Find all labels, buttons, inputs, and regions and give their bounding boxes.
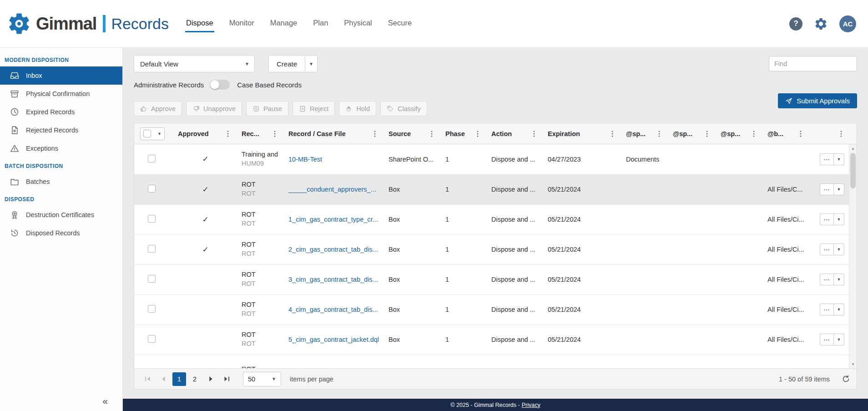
nav-tab-manage[interactable]: Manage [269,15,298,32]
column-header-record-case-file[interactable]: Record / Case File [288,130,346,137]
first-page-button[interactable] [141,372,154,386]
select-all-checkbox[interactable] [143,130,151,137]
nav-tab-plan[interactable]: Plan [312,15,329,32]
column-menu-icon[interactable]: ⋮ [529,129,539,138]
previous-page-button[interactable] [156,372,170,386]
table-row[interactable]: ROT [134,355,857,368]
refresh-icon[interactable] [842,375,850,383]
settings-gear-icon[interactable] [814,17,828,31]
row-more-button[interactable]: ⋯ [820,334,834,345]
column-menu-icon[interactable]: ⋮ [702,129,712,138]
page-button-1[interactable]: 1 [172,372,186,386]
column-header-b[interactable]: @b... [767,130,783,137]
classify-button[interactable]: Classify [380,101,427,116]
approve-button[interactable]: Approve [134,101,182,116]
column-menu-icon[interactable]: ⋮ [473,129,483,138]
nav-tab-physical[interactable]: Physical [343,15,373,32]
row-checkbox[interactable] [148,275,156,283]
row-checkbox[interactable] [148,185,156,193]
record-link[interactable]: 4_cim_gas_contract_tab_dis... [288,306,380,313]
next-page-button[interactable] [204,372,217,386]
unapprove-button[interactable]: Unapprove [186,101,242,116]
row-checkbox[interactable] [148,335,156,343]
scroll-down-icon[interactable]: ▼ [849,360,857,368]
table-row[interactable]: ROTROT3_cim_gas_contract_tab_dis...Box1D… [134,264,857,294]
row-more-button[interactable]: ⋯ [820,183,834,195]
column-header-expiration[interactable]: Expiration [548,130,580,137]
record-link[interactable]: 1_cim_gas_contract_type_cr... [288,216,380,223]
find-input[interactable] [769,56,857,71]
table-row[interactable]: ROTROT4_cim_gas_contract_tab_dis...Box1D… [134,294,857,325]
column-menu-icon[interactable]: ⋮ [607,129,617,138]
pause-button[interactable]: Pause [246,101,288,116]
row-dropdown-button[interactable]: ▼ [834,334,844,345]
column-header-sp[interactable]: @sp... [626,130,646,137]
sidebar-item-expired-records[interactable]: Expired Records [0,103,122,121]
scroll-up-icon[interactable]: ▲ [849,145,857,152]
reject-button[interactable]: Reject [293,101,335,116]
row-dropdown-button[interactable]: ▼ [834,183,844,195]
sidebar-collapse-button[interactable]: « [102,396,122,411]
table-row[interactable]: ✓ROTROT1_cim_gas_contract_type_cr...Box1… [134,204,857,234]
nav-tab-dispose[interactable]: Dispose [185,15,214,32]
row-checkbox[interactable] [148,215,156,223]
column-menu-icon[interactable]: ⋮ [836,129,846,138]
column-menu-icon[interactable]: ⋮ [270,129,280,138]
column-header-source[interactable]: Source [389,130,411,137]
scrollbar-thumb[interactable] [850,153,856,188]
column-menu-icon[interactable]: ⋮ [654,129,664,138]
row-checkbox[interactable] [148,245,156,253]
row-more-button[interactable]: ⋯ [820,244,834,255]
table-row[interactable]: ✓Training and DHUM0910-MB-TestSharePoint… [134,144,857,174]
select-all-dropdown-icon[interactable]: ▼ [157,132,161,136]
row-checkbox[interactable] [148,155,156,162]
sidebar-item-rejected-records[interactable]: Rejected Records [0,121,122,139]
sidebar-item-destruction-certificates[interactable]: Destruction Certificates [0,206,122,224]
row-dropdown-button[interactable]: ▼ [834,213,844,225]
row-dropdown-button[interactable]: ▼ [834,304,844,315]
sidebar-item-inbox[interactable]: Inbox [0,66,122,85]
nav-tab-secure[interactable]: Secure [387,15,413,32]
column-menu-icon[interactable]: ⋮ [796,129,806,138]
create-button[interactable]: Create [268,55,305,72]
select-all-combo[interactable]: ▼ [140,127,165,140]
table-row[interactable]: ROTROT5_cim_gas_contract_jacket.dqlBox1D… [134,325,857,355]
sidebar-item-physical-confirmation[interactable]: Physical Confirmation [0,85,122,103]
column-menu-icon[interactable]: ⋮ [427,129,437,138]
create-dropdown-button[interactable]: ▼ [305,55,318,72]
table-row[interactable]: ✓ROTROT_____conduent_approvers_...Box1Di… [134,174,857,204]
privacy-link[interactable]: Privacy [522,402,540,408]
submit-approvals-button[interactable]: Submit Approvals [778,93,857,108]
avatar[interactable]: AC [839,15,856,32]
record-link[interactable]: 5_cim_gas_contract_jacket.dql [288,336,380,343]
records-mode-toggle[interactable] [210,80,230,90]
column-menu-icon[interactable]: ⋮ [223,129,233,138]
last-page-button[interactable] [220,372,233,386]
row-more-button[interactable]: ⋯ [820,274,834,285]
record-link[interactable]: _____conduent_approvers_... [288,186,380,193]
sidebar-item-exceptions[interactable]: Exceptions [0,139,122,157]
view-select[interactable]: Default View ▼ [134,55,255,72]
hold-button[interactable]: Hold [339,101,376,116]
column-menu-icon[interactable]: ⋮ [370,129,380,138]
column-header-rec[interactable]: Rec... [242,130,259,137]
row-dropdown-button[interactable]: ▼ [834,274,844,285]
row-more-button[interactable]: ⋯ [820,153,834,165]
row-dropdown-button[interactable]: ▼ [834,244,844,255]
vertical-scrollbar[interactable]: ▲ ▼ [849,144,857,368]
record-link[interactable]: 10-MB-Test [288,156,380,163]
help-button[interactable]: ? [789,17,802,30]
row-more-button[interactable]: ⋯ [820,213,834,225]
sidebar-item-disposed-records[interactable]: Disposed Records [0,224,122,242]
page-size-select[interactable]: 50 ▼ [243,372,281,386]
table-row[interactable]: ✓ROTROT2_cim_gas_contract_tab_dis...Box1… [134,234,857,264]
row-checkbox[interactable] [148,305,156,313]
column-header-phase[interactable]: Phase [445,130,465,137]
row-more-button[interactable]: ⋯ [820,304,834,315]
nav-tab-monitor[interactable]: Monitor [228,15,255,32]
column-header-sp[interactable]: @sp... [673,130,692,137]
row-dropdown-button[interactable]: ▼ [834,153,844,165]
record-link[interactable]: 3_cim_gas_contract_tab_dis... [288,276,380,283]
sidebar-item-batches[interactable]: Batches [0,173,122,191]
column-menu-icon[interactable]: ⋮ [749,129,759,138]
